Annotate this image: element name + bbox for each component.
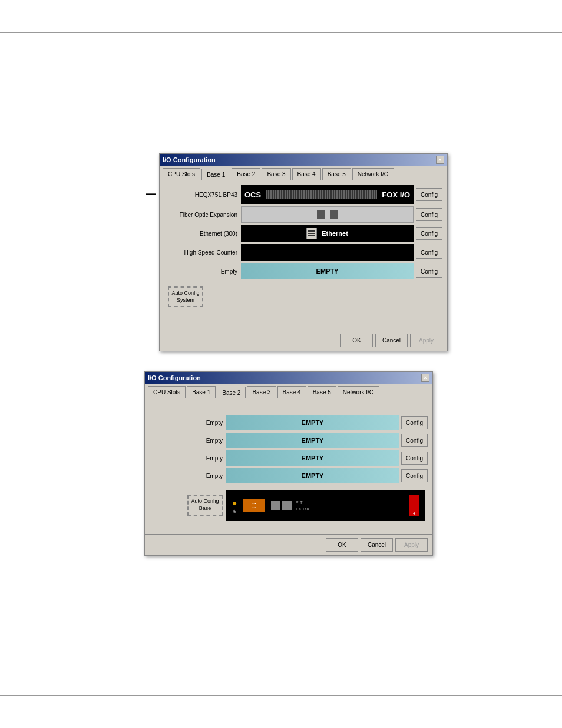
d2-module-label-empty4: Empty [150,473,226,479]
module-visual-fiber [241,206,414,223]
ethernet-text: Ethernet [322,230,348,237]
tab-base4[interactable]: Base 4 [292,168,321,180]
d2-config-btn-empty2[interactable]: Config [401,434,428,447]
dialog1-titlebar: I/O Configuration × [160,154,447,166]
spacer1 [164,307,442,325]
base2-label-p: P T [295,500,309,505]
dialog2-footer: OK Cancel Apply [145,534,432,555]
d2-spacer-top [150,403,428,415]
ethernet-icon-line3 [308,235,315,236]
module-row-ethernet: Ethernet (300) Ethernet Config [164,225,442,242]
tab-network-io[interactable]: Network I/O [352,168,394,180]
dialog2-titlebar: I/O Configuration × [145,372,432,384]
d2-module-label-empty3: Empty [150,455,226,462]
module-row-ocs: HEQX751 BP43 OCS FOX I/O Config [164,185,442,204]
dialog1-footer: OK Cancel Apply [160,330,447,351]
indicator-number: 4 [413,511,415,515]
base2-sq1 [271,501,280,510]
d2-tab-base3[interactable]: Base 3 [247,386,276,398]
dialog2-cancel-button[interactable]: Cancel [361,538,393,552]
ethernet-icon-line1 [308,230,315,232]
module-label-ethernet: Ethernet (300) [164,230,241,237]
d2-tab-base1[interactable]: Base 1 [187,386,216,398]
module-visual-hsc [241,244,414,261]
d2-auto-config-area: Auto ConfigBase [150,493,226,516]
module-label-ocs: HEQX751 BP43 [164,192,241,198]
module-label-hsc: High Speed Counter [164,249,241,256]
dialog2-title: I/O Configuration [148,374,201,381]
config-btn-empty[interactable]: Config [416,265,442,278]
d2-module-visual-empty4: EMPTY [226,468,399,483]
ocs-stripe [266,190,377,199]
dialog1-apply-button[interactable]: Apply [410,334,442,347]
auto-config-base-button[interactable]: Auto ConfigBase [187,495,223,516]
dialog1-content: HEQX751 BP43 OCS FOX I/O Config Fiber Op… [160,180,447,330]
dialog1-title: I/O Configuration [163,156,216,163]
module-visual-ethernet: Ethernet [241,225,414,242]
auto-config-system-button[interactable]: Auto ConfigSystem [168,286,203,307]
dialog1-cancel-button[interactable]: Cancel [375,334,408,347]
d2-module-row-empty4: Empty EMPTY Config [150,468,428,483]
tab-base2[interactable]: Base 2 [232,168,260,180]
d2-module-row-empty1: Empty EMPTY Config [150,415,428,430]
d2-tab-base5[interactable]: Base 5 [308,386,336,398]
d2-config-btn-empty3[interactable]: Config [401,452,428,465]
module-row-hsc: High Speed Counter Config [164,244,442,261]
ethernet-icon-line2 [308,233,315,234]
d2-spacer-bottom [150,521,428,529]
page: — I/O Configuration × CPU Slots Base 1 B… [0,0,562,728]
ethernet-port-icon [306,228,317,239]
base2-gray-squares [271,501,292,510]
d2-module-label-empty2: Empty [150,437,226,444]
d2-module-row-empty3: Empty EMPTY Config [150,450,428,466]
top-rule [0,32,562,33]
base2-red-indicator: 4 [409,495,419,516]
ocs-left-text: OCS [244,190,261,199]
bottom-rule [0,695,562,696]
d2-base-row: Auto ConfigBase ● ⊕ ▪▪▪▪▪▪ [150,487,428,521]
base2-sq2 [282,501,292,510]
config-btn-ethernet[interactable]: Config [416,227,442,240]
d2-module-row-empty2: Empty EMPTY Config [150,433,428,448]
config-btn-hsc[interactable]: Config [416,246,442,259]
base2-connector-area: ● ⊕ [232,498,237,514]
module-row-fiber: Fiber Optic Expansion Config [164,206,442,223]
d2-module-visual-empty3: EMPTY [226,450,399,466]
dialog2-ok-button[interactable]: OK [326,538,358,552]
d2-module-visual-empty1: EMPTY [226,415,399,430]
d2-config-btn-empty4[interactable]: Config [401,469,428,482]
d2-config-btn-empty1[interactable]: Config [401,416,428,429]
config-btn-ocs[interactable]: Config [416,188,442,201]
tab-base3[interactable]: Base 3 [262,168,290,180]
base2-orange-module: ▪▪▪▪▪▪ [243,499,265,512]
dialog2-apply-button[interactable]: Apply [395,538,428,552]
module-label-empty: Empty [164,268,241,275]
module-visual-ocs: OCS FOX I/O [241,185,414,204]
d2-tab-base2[interactable]: Base 2 [217,387,246,398]
base2-connector-label: ⊕ [233,509,237,514]
base2-labels: P T TX RX [295,500,309,512]
dialog2-tabs: CPU Slots Base 1 Base 2 Base 3 Base 4 Ba… [145,384,432,398]
fiber-block-1 [317,210,325,219]
dialog1-tabs: CPU Slots Base 1 Base 2 Base 3 Base 4 Ba… [160,166,447,180]
module-visual-empty: EMPTY [241,263,414,279]
module-label-fiber: Fiber Optic Expansion [164,212,241,218]
d2-module-label-empty1: Empty [150,420,226,426]
ocs-right-text: FOX I/O [382,190,410,199]
base2-module-label: ▪▪▪▪▪▪ [252,502,256,509]
fiber-block-2 [330,210,338,219]
tab-base1[interactable]: Base 1 [201,169,230,180]
config-btn-fiber[interactable]: Config [416,208,442,221]
tab-cpu-slots[interactable]: CPU Slots [163,168,200,180]
d2-tab-cpu-slots[interactable]: CPU Slots [148,386,186,398]
base2-connector-icon: ● [232,498,237,508]
dialog2-close-button[interactable]: × [421,374,429,382]
d2-tab-network-io[interactable]: Network I/O [338,386,379,398]
dialog2: I/O Configuration × CPU Slots Base 1 Bas… [144,371,433,556]
d2-tab-base4[interactable]: Base 4 [277,386,306,398]
dash-marker: — [146,189,156,199]
tab-base5[interactable]: Base 5 [322,168,351,180]
d2-base-visual: ● ⊕ ▪▪▪▪▪▪ P T TX RX 4 [226,490,425,521]
dialog1-close-button[interactable]: × [436,156,444,164]
dialog1-ok-button[interactable]: OK [340,334,373,347]
